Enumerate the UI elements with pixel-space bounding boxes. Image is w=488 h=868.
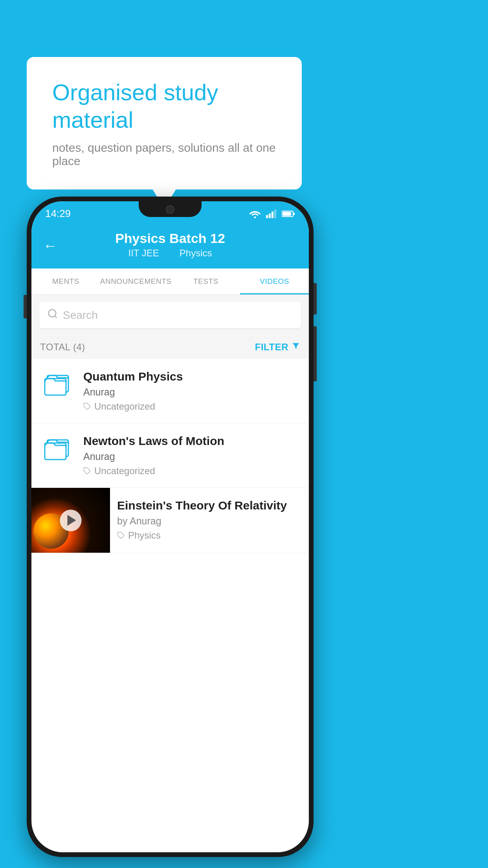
svg-rect-1 [266,215,268,218]
svg-rect-4 [274,210,276,218]
speech-bubble: Organised study material notes, question… [27,57,302,189]
tag-label: Physics [128,530,161,541]
battery-icon [282,210,295,217]
video-thumbnail [31,488,110,553]
bubble-title: Organised study material [52,79,276,133]
filter-bar: TOTAL (4) FILTER [31,335,309,359]
subtitle-physics: Physics [180,248,212,258]
tag-icon [83,403,91,410]
video-content: Einstein's Theory Of Relativity by Anura… [110,488,309,552]
tab-tests[interactable]: TESTS [171,268,240,294]
tag-icon [83,467,91,475]
item-title: Quantum Physics [83,370,300,383]
item-tag: Uncategorized [83,465,300,476]
svg-point-8 [49,310,56,317]
phone-frame: 14:29 [27,197,314,857]
folder-icon-wrapper [40,436,75,462]
svg-point-0 [254,216,256,218]
play-button[interactable] [60,509,82,531]
total-count: TOTAL (4) [40,342,85,353]
search-container: Search [31,295,309,335]
tag-label: Uncategorized [94,401,155,412]
video-author: by Anurag [117,515,302,527]
phone-volume-button [24,295,27,318]
subtitle-iit: IIT JEE [128,248,159,258]
tab-videos[interactable]: VIDEOS [240,268,309,294]
phone-screen: 14:29 [31,201,309,852]
item-author: Anurag [83,386,300,398]
filter-label: FILTER [255,342,288,353]
camera-dot [166,205,174,214]
tag-label: Uncategorized [94,465,155,476]
video-tag: Physics [117,530,302,541]
search-icon [47,308,58,322]
folder-icon-wrapper [40,371,75,397]
folder-icon [44,436,72,462]
svg-line-9 [55,316,57,318]
bubble-subtitle: notes, question papers, solutions all at… [52,141,276,168]
item-title: Newton's Laws of Motion [83,434,300,448]
list-item[interactable]: Quantum Physics Anurag Uncategorized [31,359,309,423]
subtitle-sep [168,248,173,258]
item-author: Anurag [83,451,300,462]
tab-bar: MENTS ANNOUNCEMENTS TESTS VIDEOS [31,268,309,295]
play-triangle-icon [67,515,76,526]
list-item[interactable]: Newton's Laws of Motion Anurag Uncategor… [31,423,309,488]
filter-funnel-icon [292,342,300,353]
tag-icon [117,531,125,539]
tab-announcements[interactable]: ANNOUNCEMENTS [100,268,172,294]
back-button[interactable]: ← [43,237,57,254]
wifi-icon [249,210,261,218]
speech-bubble-wrapper: Organised study material notes, question… [27,57,302,189]
item-tag: Uncategorized [83,401,300,412]
screen-subtitle: IIT JEE Physics [43,248,297,259]
item-content: Quantum Physics Anurag Uncategorized [83,370,300,412]
status-time: 14:29 [45,208,71,220]
tab-ments[interactable]: MENTS [31,268,100,294]
screen-title: Physics Batch 12 [43,231,297,246]
signal-icon [266,210,277,218]
content-list: Quantum Physics Anurag Uncategorized [31,359,309,553]
video-title: Einstein's Theory Of Relativity [117,499,302,512]
phone-notch [139,201,202,217]
status-icons [249,210,295,218]
svg-rect-2 [269,213,271,218]
search-input[interactable]: Search [63,309,98,322]
folder-icon [44,371,72,397]
filter-button[interactable]: FILTER [255,342,300,353]
phone-power-button [314,283,317,314]
svg-rect-3 [272,211,273,218]
svg-rect-7 [294,213,295,215]
svg-rect-6 [283,212,291,216]
top-bar: ← Physics Batch 12 IIT JEE Physics [31,223,309,268]
search-bar[interactable]: Search [39,302,301,328]
item-content: Newton's Laws of Motion Anurag Uncategor… [83,434,300,476]
video-item[interactable]: Einstein's Theory Of Relativity by Anura… [31,488,309,553]
phone-volume-down-button [314,326,317,381]
